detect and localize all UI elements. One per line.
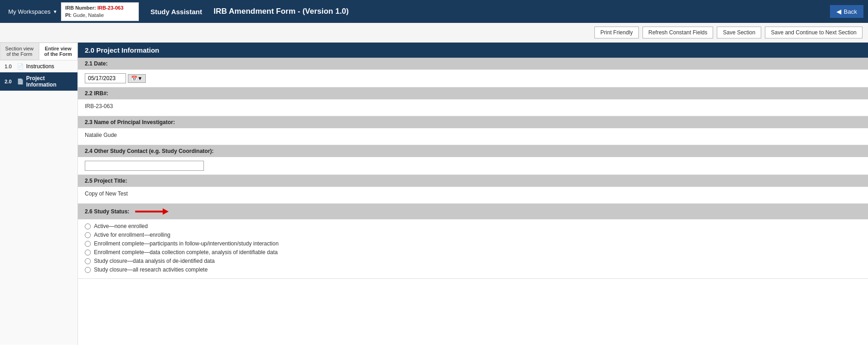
- pi-name-value: Gude, Natalie: [73, 12, 104, 18]
- print-friendly-button[interactable]: Print Friendly: [594, 27, 639, 38]
- field-label-irb: 2.2 IRB#:: [78, 87, 868, 99]
- field-group-date: 2.1 Date: 📅▼: [78, 58, 868, 87]
- irb-value: IRB-23-063: [85, 103, 113, 109]
- study-contact-input[interactable]: [85, 161, 204, 171]
- sidebar-item-label-instructions: Instructions: [26, 63, 54, 70]
- radio-label-active-none: Active—none enrolled: [94, 223, 148, 229]
- back-label: Back: [844, 8, 857, 15]
- field-label-study-contact: 2.4 Other Study Contact (e.g. Study Coor…: [78, 145, 868, 157]
- radio-closure-all-complete[interactable]: [85, 267, 91, 273]
- field-group-project-title: 2.5 Project Title: Copy of New Test: [78, 175, 868, 204]
- field-group-pi: 2.3 Name of Principal Investigator: Nata…: [78, 116, 868, 145]
- irb-number-label: IRB Number:: [65, 5, 96, 11]
- radio-label-active-enrolling: Active for enrollment—enrolling: [94, 232, 170, 238]
- document-icon-1: 📄: [17, 63, 24, 70]
- section-header: 2.0 Project Information: [78, 43, 868, 58]
- sidebar-item-instructions[interactable]: 1.0 📄 Instructions: [0, 60, 77, 72]
- radio-label-closure-deidentified: Study closure—data analysis of de-identi…: [94, 258, 215, 264]
- radio-option-active-enrolling[interactable]: Active for enrollment—enrolling: [85, 232, 861, 238]
- radio-active-none[interactable]: [85, 223, 91, 229]
- dropdown-arrow-icon: ▼: [53, 9, 57, 14]
- radio-closure-deidentified[interactable]: [85, 258, 91, 264]
- radio-label-closure-all-complete: Study closure—all research activities co…: [94, 266, 208, 273]
- study-status-options: Active—none enrolled Active for enrollme…: [78, 219, 868, 278]
- field-label-study-status: 2.6 Study Status:: [78, 204, 868, 219]
- field-group-irb: 2.2 IRB#: IRB-23-063: [78, 87, 868, 116]
- sidebar-item-project-information[interactable]: 2.0 📄 Project Information: [0, 72, 77, 91]
- irb-number-value: IRB-23-063: [97, 5, 123, 11]
- red-arrow-annotation: [133, 207, 170, 217]
- radio-enrollment-complete-followup[interactable]: [85, 241, 91, 247]
- radio-option-active-none[interactable]: Active—none enrolled: [85, 223, 861, 229]
- field-value-project-title: Copy of New Test: [78, 187, 868, 203]
- radio-label-enrollment-complete-followup: Enrollment complete—participants in foll…: [94, 240, 279, 247]
- top-header: My Workspaces ▼ IRB Number: IRB-23-063 P…: [0, 0, 868, 23]
- radio-active-enrolling[interactable]: [85, 232, 91, 238]
- main-layout: Section view of the Form Entire view of …: [0, 43, 868, 345]
- field-value-irb: IRB-23-063: [78, 99, 868, 116]
- pi-label: PI:: [65, 12, 71, 18]
- section-view-tab[interactable]: Section view of the Form: [0, 43, 39, 60]
- study-status-label-row: 2.6 Study Status:: [85, 207, 861, 217]
- project-title-value: Copy of New Test: [85, 190, 128, 197]
- radio-option-closure-deidentified[interactable]: Study closure—data analysis of de-identi…: [85, 258, 861, 264]
- field-label-project-title: 2.5 Project Title:: [78, 175, 868, 187]
- study-assistant-button[interactable]: Study Assistant: [146, 5, 207, 18]
- sidebar-item-number-2: 2.0: [5, 79, 15, 84]
- radio-label-enrollment-complete-identifiable: Enrollment complete—data collection comp…: [94, 249, 278, 256]
- sidebar-item-number-1: 1.0: [5, 64, 15, 69]
- field-label-pi: 2.3 Name of Principal Investigator:: [78, 116, 868, 128]
- save-section-button[interactable]: Save Section: [717, 27, 761, 38]
- radio-option-enrollment-complete-identifiable[interactable]: Enrollment complete—data collection comp…: [85, 249, 861, 256]
- radio-option-closure-all-complete[interactable]: Study closure—all research activities co…: [85, 266, 861, 273]
- content-area: 2.0 Project Information 2.1 Date: 📅▼ 2.2…: [78, 43, 868, 345]
- document-icon-2: 📄: [17, 78, 24, 85]
- entire-view-tab[interactable]: Entire view of the Form: [39, 43, 78, 60]
- field-group-study-status: 2.6 Study Status: Active—none enrolled: [78, 204, 868, 279]
- back-button[interactable]: ◀ Back: [830, 5, 863, 18]
- field-value-pi: Natalie Gude: [78, 128, 868, 145]
- field-group-study-contact: 2.4 Other Study Contact (e.g. Study Coor…: [78, 145, 868, 175]
- back-arrow-icon: ◀: [836, 8, 841, 15]
- date-input-wrap: 📅▼: [85, 73, 861, 83]
- sidebar-item-label-project-info: Project Information: [26, 75, 73, 88]
- radio-enrollment-complete-identifiable[interactable]: [85, 250, 91, 256]
- section-title: 2.0 Project Information: [85, 46, 159, 54]
- my-workspaces-label: My Workspaces: [8, 8, 50, 15]
- field-label-date: 2.1 Date:: [78, 58, 868, 70]
- sidebar: Section view of the Form Entire view of …: [0, 43, 78, 345]
- radio-option-enrollment-complete-followup[interactable]: Enrollment complete—participants in foll…: [85, 240, 861, 247]
- save-and-continue-button[interactable]: Save and Continue to Next Section: [765, 27, 863, 38]
- svg-marker-1: [163, 208, 169, 215]
- my-workspaces-button[interactable]: My Workspaces ▼: [5, 6, 61, 17]
- refresh-constant-fields-button[interactable]: Refresh Constant Fields: [643, 27, 714, 38]
- irb-info-box: IRB Number: IRB-23-063 PI: Gude, Natalie: [61, 2, 139, 21]
- form-title: IRB Amendment Form - (Version 1.0): [214, 7, 830, 16]
- sidebar-tabs: Section view of the Form Entire view of …: [0, 43, 77, 60]
- calendar-button[interactable]: 📅▼: [128, 74, 146, 83]
- pi-value: Natalie Gude: [85, 132, 117, 138]
- toolbar-row: Print Friendly Refresh Constant Fields S…: [0, 23, 868, 43]
- date-input[interactable]: [85, 73, 126, 83]
- field-value-date: 📅▼: [78, 70, 868, 87]
- field-value-study-contact: [78, 157, 868, 174]
